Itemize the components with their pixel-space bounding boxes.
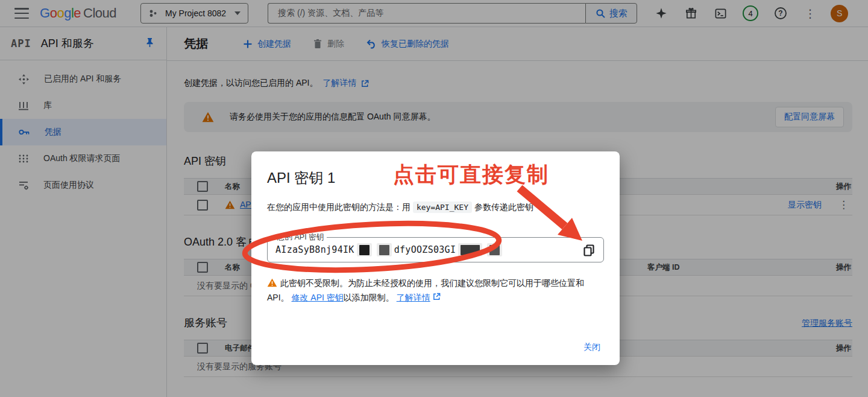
learn-more-link[interactable]: 了解详情 bbox=[397, 293, 430, 302]
dialog-warning: 此密钥不受限制。为防止未经授权的使用，我们建议您限制它可以用于哪些位置和 API… bbox=[267, 276, 604, 305]
gcp-console-screen: GoogleCloud My Project 8082 搜索 (/) 资源、文档… bbox=[0, 0, 868, 397]
api-key-dialog: API 密钥 1 在您的应用中使用此密钥的方法是：用 key=API_KEY 参… bbox=[251, 151, 620, 365]
copy-icon[interactable] bbox=[582, 243, 596, 258]
dialog-usage-text: 在您的应用中使用此密钥的方法是：用 key=API_KEY 参数传递此密钥 bbox=[267, 201, 604, 214]
close-button[interactable]: 关闭 bbox=[583, 342, 600, 353]
edit-api-key-link[interactable]: 修改 API 密钥 bbox=[291, 293, 343, 302]
redaction-block bbox=[487, 243, 502, 256]
api-key-field[interactable]: 您的 API 密钥 AIzaSyB8nj94IK dfyOOZS03GI bbox=[267, 237, 604, 262]
redaction-block bbox=[357, 243, 372, 256]
warning-icon bbox=[267, 278, 277, 287]
api-key-part-1: AIzaSyB8nj94IK bbox=[275, 244, 354, 255]
redaction-block bbox=[458, 243, 482, 256]
api-key-field-label: 您的 API 密钥 bbox=[274, 232, 327, 243]
dialog-title: API 密钥 1 bbox=[267, 170, 604, 186]
external-link-icon bbox=[433, 293, 441, 300]
api-key-part-2: dfyOOZS03GI bbox=[394, 244, 456, 255]
api-key-param-chip: key=API_KEY bbox=[413, 202, 472, 213]
redaction-block bbox=[377, 243, 392, 256]
